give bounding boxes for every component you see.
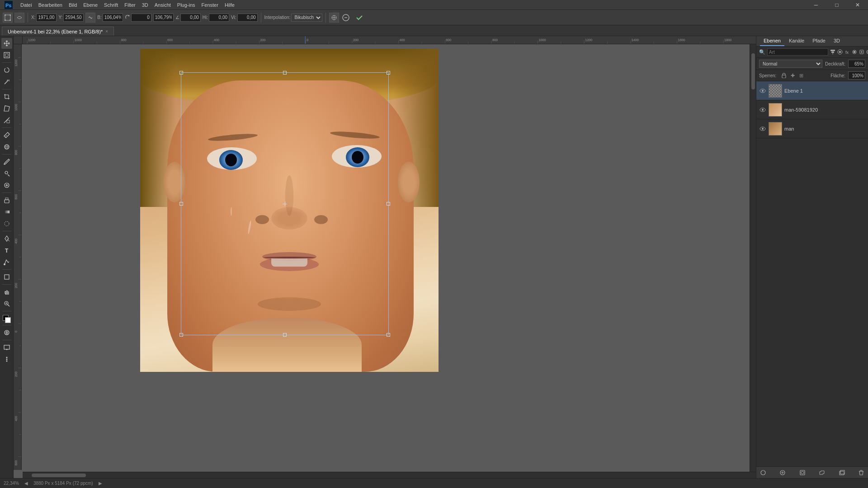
tool-healing[interactable] — [1, 180, 12, 191]
layer-visibility-man[interactable] — [759, 125, 766, 132]
hi-input[interactable] — [209, 14, 229, 22]
layers-mask-btn[interactable] — [852, 48, 857, 56]
add-layer-btn[interactable] — [838, 469, 846, 477]
menu-fenster[interactable]: Fenster — [198, 1, 222, 9]
fill-input[interactable] — [848, 71, 865, 80]
x-input[interactable] — [36, 14, 57, 22]
vertical-scrollbar[interactable] — [750, 44, 756, 472]
layer-visibility-ebene1[interactable] — [759, 87, 766, 94]
menu-bild[interactable]: Bild — [66, 1, 80, 9]
tool-shape[interactable] — [1, 272, 12, 282]
tool-path-selection[interactable] — [1, 257, 12, 267]
layers-filter-type-btn[interactable] — [830, 48, 835, 56]
fill-label: Fläche: — [830, 73, 845, 78]
lock-pixels-btn[interactable] — [780, 72, 788, 79]
add-fill-layer-btn[interactable] — [759, 469, 767, 477]
tool-gradient[interactable] — [1, 206, 12, 217]
rotation-input[interactable] — [131, 14, 151, 22]
add-adjustment-layer-btn[interactable] — [778, 469, 787, 477]
color-swatch-box[interactable] — [3, 315, 11, 323]
svg-text:0: 0 — [307, 39, 308, 42]
tool-lasso[interactable] — [1, 65, 12, 75]
menu-hilfe[interactable]: Hilfe — [222, 1, 238, 9]
canvas-area[interactable]: 1200 1000 800 600 400 200 0 200 — [14, 36, 756, 478]
layer-item-man[interactable]: man — [756, 119, 868, 138]
link-proportions-btn[interactable] — [85, 13, 95, 23]
tool-clone-stamp[interactable] — [1, 168, 12, 179]
y-input[interactable] — [63, 14, 84, 22]
canvas-content[interactable] — [23, 44, 756, 470]
lock-position-btn[interactable]: ✚ — [789, 72, 796, 79]
menu-3d[interactable]: 3D — [139, 1, 151, 9]
tool-pen[interactable] — [1, 233, 12, 244]
layer-item-ebene1[interactable]: Ebene 1 — [756, 81, 868, 100]
layers-toggle-filter-btn[interactable] — [866, 48, 868, 56]
width-input[interactable] — [103, 14, 123, 22]
tool-screen-mode[interactable] — [1, 342, 12, 353]
menu-bearbeiten[interactable]: Bearbeiten — [35, 1, 66, 9]
tool-quick-mask[interactable] — [1, 327, 12, 338]
transform-warp-btn[interactable] — [14, 13, 24, 23]
minimize-button[interactable]: ─ — [806, 0, 826, 10]
layers-adjustment-btn[interactable] — [837, 48, 843, 56]
height-input[interactable] — [153, 14, 174, 22]
fill-lock-row: Sperren: ✚ ⊞ Fläche: — [756, 70, 868, 81]
tab-ebenen[interactable]: Ebenen — [760, 36, 784, 46]
tool-magic-wand[interactable] — [1, 76, 12, 87]
tab-close-button[interactable]: × — [105, 29, 108, 34]
tool-extras[interactable] — [1, 354, 12, 365]
lock-artboards-btn[interactable]: ⊞ — [797, 72, 805, 79]
tool-eraser[interactable] — [1, 195, 12, 206]
tool-blur[interactable] — [1, 218, 12, 229]
layers-search-input[interactable] — [767, 48, 828, 56]
tool-zoom[interactable] — [1, 298, 12, 309]
background-color[interactable] — [5, 317, 11, 323]
close-button[interactable]: ✕ — [847, 0, 868, 10]
tool-hand[interactable] — [1, 286, 12, 297]
layers-smartobj-btn[interactable] — [859, 48, 864, 56]
tool-move[interactable] — [1, 38, 12, 49]
menu-ebene[interactable]: Ebene — [80, 1, 101, 9]
opacity-input[interactable] — [848, 60, 865, 68]
tool-crop[interactable] — [1, 91, 12, 102]
blend-mode-select[interactable]: Normal — [759, 60, 822, 68]
document-tab[interactable]: Unbenannt-1 bei 22,3% (Ebene 1, RGB/8)* … — [2, 27, 114, 36]
delete-layer-btn[interactable] — [857, 469, 865, 477]
group-layers-btn[interactable] — [818, 469, 826, 477]
extra-transform-btn[interactable] — [329, 13, 339, 23]
menu-schrift[interactable]: Schrift — [101, 1, 121, 9]
menu-filter[interactable]: Filter — [121, 1, 138, 9]
status-arrow-left[interactable]: ◀ — [24, 481, 28, 486]
tool-slice[interactable] — [1, 115, 12, 126]
menu-datei[interactable]: Datei — [17, 1, 35, 9]
tab-3d[interactable]: 3D — [830, 36, 844, 46]
status-arrow-right[interactable]: ▶ — [99, 481, 102, 486]
tab-pfade[interactable]: Pfade — [809, 36, 829, 46]
svg-text:200: 200 — [15, 371, 18, 377]
cancel-transform-button[interactable] — [341, 13, 351, 23]
layers-style-btn[interactable]: fx — [844, 48, 850, 56]
tool-artboard[interactable] — [1, 50, 12, 61]
add-mask-btn[interactable] — [798, 469, 807, 477]
layer-visibility-man-photo[interactable] — [759, 106, 766, 113]
vi-input[interactable] — [237, 14, 258, 22]
tool-text[interactable]: T — [1, 245, 12, 256]
b-label: B: — [97, 15, 101, 20]
tab-kanaele[interactable]: Kanäle — [785, 36, 808, 46]
interp-select[interactable]: Bikubisch — [291, 14, 322, 22]
menu-plugins[interactable]: Plug-ins — [174, 1, 198, 9]
tool-eyedropper[interactable] — [1, 130, 12, 141]
svg-text:1000: 1000 — [75, 39, 82, 42]
horizontal-scrollbar[interactable] — [23, 472, 756, 478]
vertical-scroll-thumb[interactable] — [751, 53, 755, 89]
maximize-button[interactable]: □ — [826, 0, 847, 10]
horizontal-scroll-thumb[interactable] — [32, 474, 86, 477]
menu-ansicht[interactable]: Ansicht — [151, 1, 174, 9]
skew-h-input[interactable] — [180, 14, 201, 22]
layer-item-man-photo[interactable]: man-59081920 — [756, 100, 868, 119]
tool-3d-material[interactable] — [1, 141, 12, 152]
tool-brush[interactable] — [1, 156, 12, 167]
tool-perspective-crop[interactable] — [1, 103, 12, 114]
transform-mode-btn[interactable] — [3, 13, 13, 23]
commit-transform-button[interactable] — [354, 13, 364, 23]
